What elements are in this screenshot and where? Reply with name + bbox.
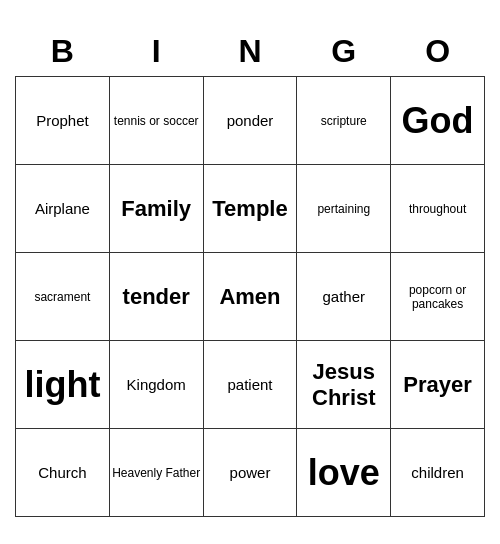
cell-r4-c3: love	[297, 429, 391, 517]
cell-r1-c1: Family	[109, 165, 203, 253]
cell-r4-c4: children	[391, 429, 485, 517]
table-row: lightKingdompatientJesus ChristPrayer	[16, 341, 485, 429]
table-row: Prophettennis or soccerponderscriptureGo…	[16, 77, 485, 165]
cell-r0-c3: scripture	[297, 77, 391, 165]
cell-r3-c0: light	[16, 341, 110, 429]
cell-r2-c2: Amen	[203, 253, 297, 341]
header-o: O	[391, 27, 485, 77]
header-i: I	[109, 27, 203, 77]
cell-r3-c2: patient	[203, 341, 297, 429]
cell-r1-c2: Temple	[203, 165, 297, 253]
cell-r2-c0: sacrament	[16, 253, 110, 341]
bingo-card: B I N G O Prophettennis or soccerponders…	[15, 27, 485, 518]
table-row: ChurchHeavenly Fatherpowerlovechildren	[16, 429, 485, 517]
cell-r1-c0: Airplane	[16, 165, 110, 253]
cell-r2-c1: tender	[109, 253, 203, 341]
table-row: AirplaneFamilyTemplepertainingthroughout	[16, 165, 485, 253]
cell-r4-c0: Church	[16, 429, 110, 517]
table-row: sacramenttenderAmengatherpopcorn or panc…	[16, 253, 485, 341]
cell-r4-c2: power	[203, 429, 297, 517]
cell-r3-c4: Prayer	[391, 341, 485, 429]
cell-r0-c2: ponder	[203, 77, 297, 165]
cell-r1-c3: pertaining	[297, 165, 391, 253]
cell-r3-c1: Kingdom	[109, 341, 203, 429]
cell-r0-c1: tennis or soccer	[109, 77, 203, 165]
cell-r4-c1: Heavenly Father	[109, 429, 203, 517]
cell-r1-c4: throughout	[391, 165, 485, 253]
header-n: N	[203, 27, 297, 77]
header-g: G	[297, 27, 391, 77]
cell-r0-c4: God	[391, 77, 485, 165]
cell-r3-c3: Jesus Christ	[297, 341, 391, 429]
cell-r0-c0: Prophet	[16, 77, 110, 165]
cell-r2-c3: gather	[297, 253, 391, 341]
cell-r2-c4: popcorn or pancakes	[391, 253, 485, 341]
header-b: B	[16, 27, 110, 77]
